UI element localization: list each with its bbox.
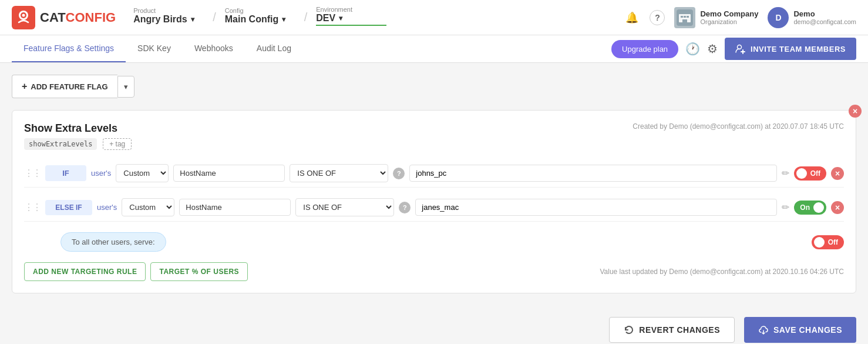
target-percent-button[interactable]: TARGET % OF USERS: [150, 262, 248, 281]
condition-help-icon-2[interactable]: ?: [399, 202, 411, 213]
add-person-icon: [735, 44, 746, 54]
flag-title: Show Extra Levels: [24, 122, 132, 135]
edit-icon-2[interactable]: ✏: [782, 202, 789, 213]
flag-card: × Show Extra Levels showExtraLevels + ta…: [12, 110, 856, 293]
main-content: + ADD FEATURE FLAG ▾ × Show Extra Levels…: [0, 63, 868, 305]
revert-changes-button[interactable]: REVERT CHANGES: [609, 317, 735, 343]
add-tag-button[interactable]: + tag: [103, 138, 132, 150]
flag-key: showExtraLevels: [24, 138, 97, 150]
help-circle-icon[interactable]: ?: [650, 10, 665, 25]
rule-condition-select-1[interactable]: IS ONE OF IS NOT ONE OF CONTAINS DOES NO…: [290, 164, 388, 182]
tab-right-actions: Upgrade plan 🕐 ⚙ INVITE TEAM MEMBERS: [611, 38, 856, 60]
svg-rect-6: [681, 16, 683, 18]
plus-icon: +: [22, 81, 27, 92]
other-users-toggle[interactable]: Off: [812, 235, 844, 249]
svg-rect-9: [682, 19, 687, 22]
footer: REVERT CHANGES SAVE CHANGES: [0, 305, 868, 344]
add-flag-dropdown-button[interactable]: ▾: [117, 76, 134, 98]
edit-icon-1[interactable]: ✏: [782, 168, 789, 179]
revert-icon: [624, 325, 634, 335]
env-chevron-icon: ▾: [339, 14, 342, 22]
tab-bar: Feature Flags & Settings SDK Key Webhook…: [0, 35, 868, 63]
logo-icon: [12, 6, 35, 29]
header: CATCONFIG Product Angry Birds ▾ / Config…: [0, 0, 868, 35]
rule-user-link-2[interactable]: user's: [97, 203, 117, 212]
rule-badge-elseif: ELSE IF: [45, 200, 92, 215]
rule-attribute-name-input-1[interactable]: [173, 165, 285, 182]
nav-environment[interactable]: Environment DEV ▾: [316, 6, 386, 29]
nav-config[interactable]: Config Main Config ▾: [225, 7, 295, 28]
upgrade-plan-button[interactable]: Upgrade plan: [611, 40, 678, 58]
rule-row-2: ⋮⋮ ELSE IF user's Custom Email Identifie…: [24, 193, 844, 222]
other-users-row: To all other users, serve: Off: [24, 228, 844, 256]
config-chevron-icon: ▾: [282, 15, 285, 24]
company-icon: [674, 7, 695, 28]
other-users-label: To all other users, serve:: [60, 232, 166, 252]
settings-icon[interactable]: ⚙: [707, 42, 718, 56]
bell-icon[interactable]: 🔔: [624, 9, 640, 26]
nav-dropdowns: Product Angry Birds ▾ / Config Main Conf…: [133, 6, 624, 29]
svg-rect-8: [687, 16, 689, 18]
cloud-save-icon: [758, 325, 769, 335]
tab-webhooks[interactable]: Webhooks: [183, 35, 245, 62]
rule-value-input-2[interactable]: [415, 199, 777, 216]
action-row: ADD NEW TARGETING RULE TARGET % OF USERS…: [24, 262, 844, 281]
drag-handle-1[interactable]: ⋮⋮: [24, 168, 41, 179]
tab-audit-log[interactable]: Audit Log: [245, 35, 303, 62]
header-right: 🔔 ? Demo Company Organization D Demo dem…: [624, 7, 856, 28]
nav-separator-1: /: [213, 11, 216, 24]
rule-badge-if: IF: [45, 165, 86, 181]
rule-condition-select-2[interactable]: IS ONE OF IS NOT ONE OF CONTAINS DOES NO…: [295, 198, 394, 216]
rule-user-link-1[interactable]: user's: [91, 169, 111, 178]
add-feature-flag-button[interactable]: + ADD FEATURE FLAG: [12, 75, 117, 98]
flag-info: Show Extra Levels showExtraLevels + tag: [24, 122, 132, 150]
company-text: Demo Company Organization: [700, 9, 758, 25]
tab-sdk-key[interactable]: SDK Key: [126, 35, 183, 62]
svg-point-3: [22, 14, 25, 16]
flag-close-button[interactable]: ×: [849, 105, 862, 118]
condition-help-icon-1[interactable]: ?: [393, 168, 405, 179]
save-changes-button[interactable]: SAVE CHANGES: [744, 317, 856, 343]
nav-separator-2: /: [304, 11, 308, 24]
rule-close-button-2[interactable]: ×: [831, 201, 844, 214]
avatar: D: [768, 7, 789, 28]
rule-value-input-1[interactable]: [409, 165, 776, 182]
value-updated-meta: Value last updated by Demo (demo@configc…: [600, 268, 844, 276]
rules-area: ⋮⋮ IF user's Custom Email Identifier Cou…: [24, 159, 844, 281]
add-targeting-rule-button[interactable]: ADD NEW TARGETING RULE: [24, 262, 146, 281]
toggle-knob-1: [796, 168, 807, 179]
product-chevron-icon: ▾: [191, 15, 194, 24]
nav-product[interactable]: Product Angry Birds ▾: [133, 7, 204, 28]
toggle-on-2[interactable]: On: [794, 201, 826, 215]
other-toggle-knob: [814, 237, 825, 248]
clock-icon[interactable]: 🕐: [685, 42, 700, 56]
rule-attribute-type-select-2[interactable]: Custom Email Identifier Country: [122, 198, 174, 216]
drag-handle-2[interactable]: ⋮⋮: [24, 202, 41, 213]
company-info[interactable]: Demo Company Organization: [674, 7, 758, 28]
flag-header: Show Extra Levels showExtraLevels + tag …: [24, 122, 844, 150]
user-info: Demo demo@configcat.com: [793, 9, 856, 25]
logo-text: CATCONFIG: [40, 10, 116, 25]
user-profile[interactable]: D Demo demo@configcat.com: [768, 7, 856, 28]
svg-rect-7: [684, 16, 686, 18]
rule-close-button-1[interactable]: ×: [831, 167, 844, 180]
rule-row-1: ⋮⋮ IF user's Custom Email Identifier Cou…: [24, 159, 844, 188]
flag-created-meta: Created by Demo (demo@configcat.com) at …: [633, 122, 844, 131]
rule-attribute-type-select-1[interactable]: Custom Email Identifier Country: [116, 164, 169, 182]
toggle-off-1[interactable]: Off: [794, 166, 826, 181]
tab-feature-flags[interactable]: Feature Flags & Settings: [12, 35, 126, 62]
rule-attribute-name-input-2[interactable]: [179, 199, 291, 216]
logo[interactable]: CATCONFIG: [12, 6, 116, 29]
add-flag-row: + ADD FEATURE FLAG ▾: [12, 75, 856, 98]
toggle-knob-2: [813, 202, 824, 213]
invite-team-members-button[interactable]: INVITE TEAM MEMBERS: [725, 38, 856, 60]
